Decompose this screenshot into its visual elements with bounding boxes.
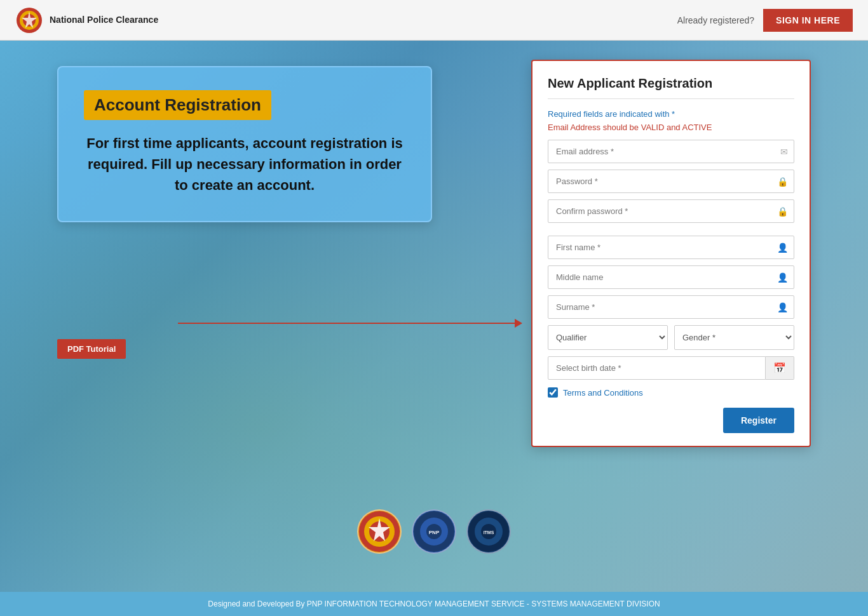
navbar-right: Already registered? SIGN IN HERE (677, 9, 853, 32)
brand-text: National Police Clearance (50, 14, 158, 25)
brand: National Police Clearance (15, 6, 158, 34)
firstname-field-group: 👤 (548, 236, 794, 259)
left-panel: Account Registration For first time appl… (57, 66, 432, 222)
footer-text: Designed and Developed By PNP INFORMATIO… (208, 599, 660, 608)
user-icon-middlename: 👤 (777, 272, 788, 283)
footer: Designed and Developed By PNP INFORMATIO… (0, 592, 868, 616)
email-input[interactable] (548, 140, 794, 163)
birthdate-field-group: 📅 (548, 356, 794, 380)
qualifier-select[interactable]: Qualifier Jr. Sr. II III IV (548, 325, 668, 350)
confirm-password-input[interactable] (548, 199, 794, 223)
surname-field-group: 👤 (548, 295, 794, 319)
registration-form-panel: New Applicant Registration Required fiel… (531, 60, 811, 447)
firstname-input[interactable] (548, 236, 794, 259)
spacer (548, 229, 794, 236)
svg-text:PNP: PNP (429, 530, 440, 535)
password-field-group: 🔒 (548, 170, 794, 193)
lock-icon-confirm: 🔒 (777, 206, 788, 217)
pnp-logo-2: PNP (412, 509, 456, 554)
middlename-input[interactable] (548, 265, 794, 289)
already-registered-text: Already registered? (677, 15, 754, 25)
signin-button[interactable]: SIGN IN HERE (763, 9, 853, 32)
email-field-group: ✉ (548, 140, 794, 163)
pnp-logo-1 (357, 509, 402, 554)
main-content: Account Registration For first time appl… (0, 41, 868, 592)
middlename-field-group: 👤 (548, 265, 794, 289)
surname-input[interactable] (548, 295, 794, 319)
terms-link[interactable]: Terms and Conditions (563, 388, 643, 398)
lock-icon-password: 🔒 (777, 177, 788, 187)
register-button[interactable]: Register (723, 408, 794, 433)
terms-row: Terms and Conditions (548, 387, 794, 398)
calendar-button[interactable]: 📅 (766, 356, 794, 380)
terms-checkbox[interactable] (548, 387, 558, 398)
confirm-password-field-group: 🔒 (548, 199, 794, 223)
brand-logo (15, 6, 43, 34)
pnp-logo-3: ITMS (466, 509, 511, 554)
gender-select[interactable]: Gender * Male Female (674, 325, 794, 350)
logos-row: PNP ITMS (357, 509, 511, 554)
account-reg-card: Account Registration For first time appl… (57, 66, 432, 222)
svg-text:ITMS: ITMS (484, 530, 494, 535)
required-fields-note: Required fields are indicated with * (548, 109, 794, 119)
birthdate-input[interactable] (548, 356, 766, 380)
qualifier-gender-row: Qualifier Jr. Sr. II III IV Gender * Mal… (548, 325, 794, 350)
form-title: New Applicant Registration (548, 76, 794, 99)
password-input[interactable] (548, 170, 794, 193)
email-icon: ✉ (780, 147, 788, 157)
user-icon-firstname: 👤 (777, 243, 788, 253)
navbar: National Police Clearance Already regist… (0, 0, 868, 41)
account-reg-title: Account Registration (84, 90, 271, 120)
pdf-tutorial-button[interactable]: PDF Tutorial (57, 339, 126, 359)
email-validity-note: Email Address should be VALID and ACTIVE (548, 123, 794, 132)
user-icon-surname: 👤 (777, 302, 788, 312)
account-reg-description: For first time applicants, account regis… (84, 133, 405, 196)
